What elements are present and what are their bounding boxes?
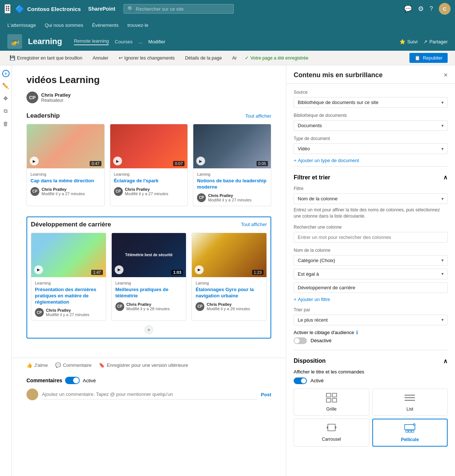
nav-evenements[interactable]: Événements (92, 22, 118, 28)
grille-label: Grille (326, 407, 337, 412)
move-sidebar-button[interactable]: ✥ (1, 93, 11, 104)
operator-select[interactable]: Est égal à ▾ (294, 269, 448, 279)
play-button-2[interactable]: ▶ (113, 157, 122, 165)
show-title-toggle-row: Activé (294, 377, 448, 384)
video-thumb-3[interactable]: ▶ 0:05 (193, 124, 271, 168)
ignore-changes-button[interactable]: ↩ Ignorer les changements (117, 54, 177, 62)
comments-toggle-switch[interactable] (65, 377, 80, 384)
card-title-4[interactable]: Présentation des dernières pratiques en … (35, 287, 102, 305)
play-button-1[interactable]: ▶ (30, 157, 39, 165)
layout-carousel[interactable]: Carrousel (294, 419, 369, 447)
filter-section-header[interactable]: Filtrer et trier ∧ (294, 174, 448, 181)
add-section-top-button[interactable]: + (2, 70, 10, 77)
like-button[interactable]: 👍 J'aime (26, 362, 48, 368)
video-thumb-1[interactable]: ▶ 0:47 (27, 124, 104, 168)
cancel-button[interactable]: Annuler (90, 54, 111, 62)
help-button[interactable]: ? (430, 6, 433, 12)
edit-sidebar-button[interactable]: ✏️ (1, 81, 11, 91)
show-title-label: Afficher le titre et les commandes (294, 369, 364, 375)
avatar[interactable]: C (439, 3, 451, 15)
edit-button[interactable]: Modifier (148, 39, 165, 44)
library-label: Bibliothèque de documents (294, 113, 448, 118)
audience-toggle[interactable] (294, 337, 307, 344)
filter-value-input[interactable] (294, 282, 448, 293)
card-title-1[interactable]: Cap dans la même direction (31, 178, 101, 184)
nav-courses[interactable]: Courses (115, 39, 132, 44)
leadership-view-all-button[interactable]: Tout afficher (245, 113, 271, 119)
svg-marker-9 (335, 426, 337, 429)
column-name-select[interactable]: Catégorie (Choix) ▾ (294, 255, 448, 266)
show-title-toggle[interactable] (294, 377, 307, 384)
edit-label: Modifier (148, 39, 165, 44)
play-button-4[interactable]: ▶ (34, 265, 43, 274)
sharepoint-label: SharePoint (88, 6, 115, 12)
card-title-5[interactable]: Meilleures pratiques de télémétrie (115, 287, 183, 299)
filter-title: Filtrer et trier (294, 174, 330, 181)
app-launcher-button[interactable]: ⠿ (4, 4, 11, 14)
nav-trouvez[interactable]: trouvez-le (128, 22, 148, 28)
comment-button[interactable]: 💬 Commentaire (55, 362, 92, 368)
site-logo: 🔷 Contoso Electronics (15, 4, 81, 13)
video-thumb-6[interactable]: ▶ 1:23 (192, 233, 266, 277)
leadership-title: Leadership (26, 112, 60, 119)
nav-atterrissage[interactable]: L'atterrissage (7, 22, 36, 28)
play-button-5[interactable]: ▶ (115, 265, 123, 274)
card-meta-2: Chris Pratley Modifié il y a 27 minutes (125, 187, 168, 196)
source-select[interactable]: Bibliothèque de documents sur ce site ▾ (294, 97, 448, 108)
save-icon: 💾 (10, 55, 15, 61)
card-title-3[interactable]: Notions de base du leadership moderne (197, 178, 267, 190)
show-title-status: Activé (311, 378, 323, 383)
add-type-button[interactable]: + Ajouter un type de document (294, 158, 359, 163)
card-footer-6: CP Chris Pratley Modifié il y a 28 minut… (196, 302, 263, 311)
post-comment-button[interactable]: Post (261, 392, 271, 397)
career-view-all-button[interactable]: Tout afficher (241, 222, 267, 227)
library-select[interactable]: Documents ▾ (294, 120, 448, 131)
comment-input[interactable] (42, 389, 257, 400)
search-column-input[interactable] (294, 232, 448, 243)
panel-close-button[interactable]: × (444, 71, 448, 79)
copy-sidebar-button[interactable]: ⧉ (1, 106, 11, 116)
settings-button[interactable]: ⚙ (418, 5, 424, 13)
notifications-button[interactable]: 💬 (404, 5, 412, 13)
search-box[interactable]: 🔍 Rechercher sur ce site (123, 4, 234, 14)
share-button[interactable]: ↗ Partager (423, 39, 448, 44)
add-filter-button[interactable]: + Ajouter un filtre (294, 297, 330, 302)
video-thumb-5[interactable]: Télémétrie best de sécurité ▶ 1:03 (112, 233, 186, 277)
bottom-action-bar: 👍 J'aime 💬 Commentaire 🔖 Enregistrer pou… (12, 358, 286, 372)
delete-sidebar-button[interactable]: 🗑 (1, 118, 11, 129)
like-label: J'aime (34, 362, 48, 368)
commenter-avatar (26, 389, 38, 400)
more-menu-button[interactable]: ... (139, 39, 143, 44)
save-later-button[interactable]: 🔖 Enregistrer pour une version ultérieur… (99, 362, 188, 368)
star-icon: ⭐ (400, 39, 405, 44)
nav-qui-nous[interactable]: Qui nous sommes (45, 22, 83, 28)
play-button-3[interactable]: ▶ (196, 157, 205, 165)
disposition-section-header[interactable]: Disposition ∧ (294, 358, 448, 365)
bookmark-icon: 🔖 (99, 362, 105, 368)
panel-title: Contenu mis en surbrillance (294, 71, 383, 79)
nav-remote-learning[interactable]: Remote learning (74, 38, 109, 45)
disposition-collapse-icon: ∧ (443, 358, 448, 365)
layout-grille[interactable]: Grille (294, 389, 369, 416)
save-draft-button[interactable]: 💾 Enregistrer en tant que brouillon (7, 54, 85, 62)
type-select[interactable]: Vidéo ▾ (294, 143, 448, 154)
content-area: vidéos Learning CP Chris Pratley Réalisa… (12, 65, 286, 476)
sort-select[interactable]: Le plus récent ▾ (294, 315, 448, 325)
comment-icon: 💬 (55, 362, 61, 368)
layout-options: Grille List (294, 389, 448, 447)
ar-button[interactable]: Ar (230, 54, 239, 62)
card-title-2[interactable]: Éclairage de l'spark (114, 178, 184, 184)
play-button-6[interactable]: ▶ (195, 265, 204, 274)
add-row-button[interactable]: + (144, 325, 153, 334)
video-thumb-4[interactable]: ▶ 1:47 (31, 233, 106, 277)
republish-button[interactable]: 📋 Republier (409, 53, 448, 63)
layout-filmstrip[interactable]: Pellicule (372, 419, 448, 447)
svg-rect-2 (326, 398, 331, 402)
follow-button[interactable]: ⭐ Suivi (400, 39, 418, 44)
card-title-6[interactable]: Étalonnages Gyro pour la navigation urba… (196, 287, 263, 299)
page-details-button[interactable]: Détails de la page (183, 54, 224, 62)
filter-select[interactable]: Nom de la colonne ▾ (294, 193, 448, 204)
video-thumb-2[interactable]: ▶ 0:07 (110, 124, 188, 168)
layout-list[interactable]: List (372, 389, 448, 416)
site-name: Contoso Electronics (27, 6, 81, 12)
